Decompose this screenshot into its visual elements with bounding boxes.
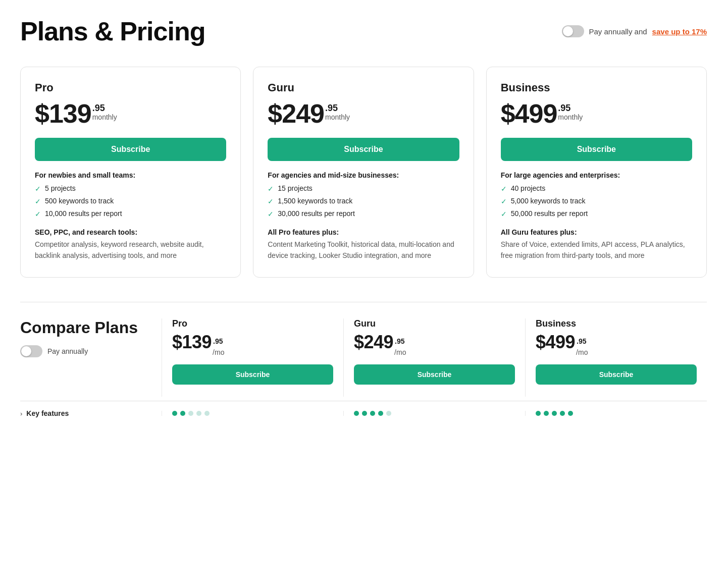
compare-price-row: $249 .95 /mo	[354, 333, 515, 356]
feature-item: ✓ 30,000 results per report	[268, 209, 459, 218]
dot-filled	[568, 411, 573, 416]
annual-toggle-switch[interactable]	[562, 25, 584, 37]
compare-price-cents: .95	[395, 337, 406, 345]
compare-plan-name: Guru	[354, 318, 515, 329]
plan-features-list: ✓ 15 projects ✓ 1,500 keywords to track …	[268, 184, 459, 218]
plan-features-list: ✓ 5 projects ✓ 500 keywords to track ✓ 1…	[35, 184, 226, 218]
price-main: $139	[35, 100, 91, 127]
price-main: $499	[501, 100, 557, 127]
plan-extras-text: Share of Voice, extended limits, API acc…	[501, 239, 692, 261]
plan-price-row: $249 .95 monthly	[268, 100, 459, 127]
dot-filled	[560, 411, 565, 416]
check-icon: ✓	[268, 197, 274, 205]
compare-subscribe-business[interactable]: Subscribe	[536, 364, 697, 385]
compare-col-pro: Pro $139 .95 /mo Subscribe	[162, 318, 343, 397]
plan-extras-text: Competitor analysis, keyword research, w…	[35, 239, 226, 261]
dot-filled	[362, 411, 367, 416]
plan-card-business: Business $499 .95 monthly Subscribe For …	[486, 67, 707, 278]
plan-desc-heading: For newbies and small teams:	[35, 171, 226, 179]
feature-item: ✓ 5,000 keywords to track	[501, 197, 692, 205]
dot-filled	[172, 411, 177, 416]
dots-pro	[162, 411, 343, 416]
compare-price-main: $499	[536, 333, 575, 351]
compare-price-row: $499 .95 /mo	[536, 333, 697, 356]
check-icon: ✓	[268, 185, 274, 193]
compare-price-mo: /mo	[394, 348, 406, 356]
feature-item: ✓ 5 projects	[35, 184, 226, 193]
compare-subscribe-pro[interactable]: Subscribe	[172, 364, 333, 385]
key-features-label: Key features	[26, 409, 69, 417]
check-icon: ✓	[501, 185, 507, 193]
price-period: monthly	[92, 113, 117, 123]
check-icon: ✓	[501, 197, 507, 205]
compare-toggle-switch[interactable]	[20, 345, 42, 357]
compare-plan-name: Business	[536, 318, 697, 329]
price-main: $249	[268, 100, 324, 127]
plan-desc-heading: For large agencies and enterprises:	[501, 171, 692, 179]
compare-grid: Compare Plans Pay annually Pro $139 .95 …	[20, 318, 707, 397]
plan-price-row: $499 .95 monthly	[501, 100, 692, 127]
dot-filled	[552, 411, 557, 416]
dot-filled	[370, 411, 375, 416]
compare-price-cents: .95	[577, 337, 588, 345]
dot-filled	[180, 411, 185, 416]
compare-col-business: Business $499 .95 /mo Subscribe	[525, 318, 707, 397]
compare-annual-toggle: Pay annually	[20, 345, 162, 357]
dot-empty	[204, 411, 210, 416]
feature-item: ✓ 50,000 results per report	[501, 209, 692, 218]
price-period: monthly	[325, 113, 350, 123]
feature-item: ✓ 40 projects	[501, 184, 692, 193]
plan-features-list: ✓ 40 projects ✓ 5,000 keywords to track …	[501, 184, 692, 218]
plan-price-row: $139 .95 monthly	[35, 100, 226, 127]
dot-filled	[378, 411, 383, 416]
compare-price-row: $139 .95 /mo	[172, 333, 333, 356]
key-features-expand[interactable]: › Key features	[20, 409, 162, 417]
subscribe-button-guru[interactable]: Subscribe	[268, 138, 459, 161]
dot-empty	[196, 411, 201, 416]
price-cents: .95	[558, 103, 583, 113]
feature-item: ✓ 1,500 keywords to track	[268, 197, 459, 205]
compare-left-header: Compare Plans Pay annually	[20, 318, 162, 397]
feature-item: ✓ 15 projects	[268, 184, 459, 193]
compare-price-main: $249	[354, 333, 393, 351]
plan-desc-heading: For agencies and mid-size businesses:	[268, 171, 459, 179]
price-period: monthly	[558, 113, 583, 123]
plan-name-guru: Guru	[268, 81, 459, 94]
dots-guru	[343, 411, 525, 416]
plan-extras-heading: All Pro features plus:	[268, 228, 459, 236]
plan-name-business: Business	[501, 81, 692, 94]
compare-price-mo: /mo	[213, 348, 224, 356]
subscribe-button-pro[interactable]: Subscribe	[35, 138, 226, 161]
compare-plan-name: Pro	[172, 318, 333, 329]
dot-empty	[188, 411, 193, 416]
page-header: Plans & Pricing Pay annually and save up…	[20, 16, 707, 46]
plan-extras-text: Content Marketing Toolkit, historical da…	[268, 239, 459, 261]
save-text: save up to 17%	[652, 27, 707, 36]
compare-title: Compare Plans	[20, 318, 162, 337]
dot-filled	[536, 411, 541, 416]
plan-extras-heading: All Guru features plus:	[501, 228, 692, 236]
compare-col-guru: Guru $249 .95 /mo Subscribe	[343, 318, 525, 397]
dot-filled	[544, 411, 549, 416]
annual-toggle-text: Pay annually and	[589, 27, 647, 36]
plan-card-pro: Pro $139 .95 monthly Subscribe For newbi…	[20, 67, 241, 278]
plan-name-pro: Pro	[35, 81, 226, 94]
compare-annual-label: Pay annually	[47, 347, 88, 355]
check-icon: ✓	[35, 185, 41, 193]
check-icon: ✓	[35, 197, 41, 205]
chevron-right-icon: ›	[20, 410, 22, 417]
price-cents: .95	[325, 103, 350, 113]
compare-subscribe-guru[interactable]: Subscribe	[354, 364, 515, 385]
subscribe-button-business[interactable]: Subscribe	[501, 138, 692, 161]
plan-card-guru: Guru $249 .95 monthly Subscribe For agen…	[253, 67, 474, 278]
compare-price-main: $139	[172, 333, 212, 351]
key-features-row: › Key features	[20, 401, 707, 417]
feature-item: ✓ 500 keywords to track	[35, 197, 226, 205]
page-title: Plans & Pricing	[20, 16, 205, 46]
check-icon: ✓	[35, 210, 41, 218]
dot-empty	[386, 411, 391, 416]
plan-extras-heading: SEO, PPC, and research tools:	[35, 228, 226, 236]
dot-filled	[354, 411, 359, 416]
check-icon: ✓	[501, 210, 507, 218]
compare-price-mo: /mo	[576, 348, 588, 356]
